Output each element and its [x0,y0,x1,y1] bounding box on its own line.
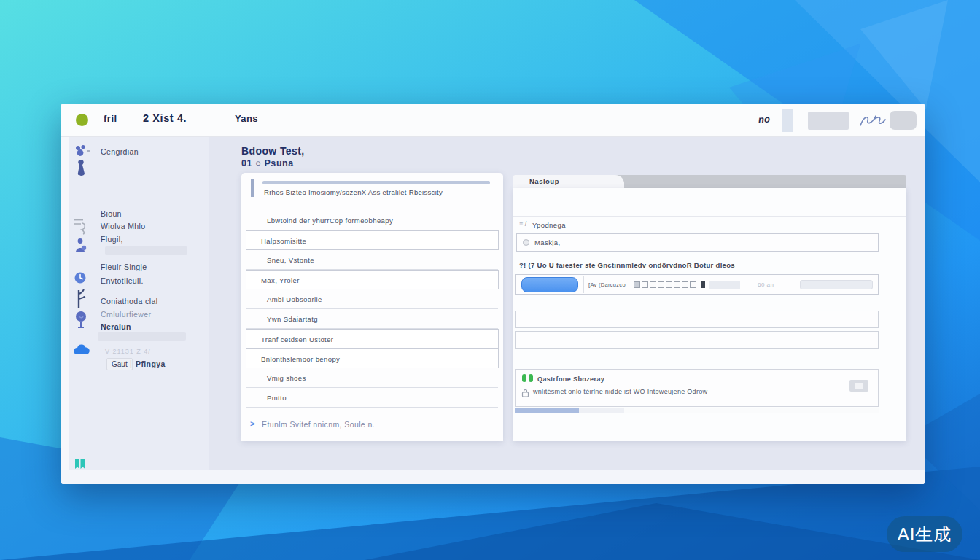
sidebar-input-2[interactable] [98,332,186,341]
list-item[interactable]: Max, Yroler [246,270,499,289]
controls-row: [Av (Darcuzco 60 an [515,274,879,295]
empty-field-row[interactable] [515,331,879,349]
watermark-label: AI生成 [898,523,952,546]
lock-icon [521,387,529,400]
sidebar: Cengrdian Bioun Wiolva Mhlo Flugil, [61,137,209,470]
titlebar-button-1[interactable] [808,112,849,130]
radio-icon[interactable] [523,239,529,246]
tab-nasloup[interactable]: Nasloup [513,175,624,188]
page-title: Bdoow Test, [241,145,305,157]
paw-icon [74,144,90,160]
mini-checkbox[interactable] [658,281,664,288]
status-action-button[interactable] [849,380,868,392]
titlebar-note: no [758,113,770,125]
sidebar-item-cmlulur[interactable]: Cmlulurfiewer [101,310,151,319]
gaut-button[interactable]: Gaut [106,358,133,370]
pin-icon [74,311,88,332]
tab-label: Nasloup [529,177,559,185]
list-item[interactable]: Halpsomisitte [246,230,499,250]
breadcrumb: Ypodnega [532,221,566,229]
empty-field-row[interactable] [515,311,879,328]
panel-top-scrollbar[interactable] [262,181,490,184]
ai-watermark-badge: AI生成 [887,516,962,552]
person-icon [74,238,88,257]
mini-checkbox[interactable] [642,281,648,288]
pfingya-button[interactable]: Pfingya [136,359,166,368]
divider [583,276,584,293]
sidebar-item-coniath[interactable]: Coniathoda clal [101,297,158,306]
list-item[interactable]: Bnlonthslemoor benopy [246,349,499,368]
left-panel-list: Lbwtoind der yhurrCop formeobheapy Halps… [241,211,503,408]
green-status-dot [522,374,526,382]
page-subtitle: 01 ○ Psuna [241,158,294,168]
sidebar-item-fleulr[interactable]: Fleulr Singje [101,262,147,271]
controls-input[interactable] [800,280,873,289]
sidebar-item-neralun[interactable]: Neralun [101,322,131,331]
right-panel-tabbar: Nasloup [513,175,906,188]
sidebar-rail [61,137,69,470]
mini-checkbox[interactable] [634,281,640,288]
instruction-text: ?! (7 Uo U faiester ste Gnctinnmledv ond… [519,261,735,269]
radio-row[interactable]: Maskja, [516,233,879,252]
primary-action-button[interactable] [521,277,578,292]
status-title: Qastrfone Sbozeray [537,376,604,383]
sidebar-button-separator: | [130,359,132,368]
scrollbar-track-light [624,408,879,413]
status-detail: wnlitésmet onlo téirlne nidde ist WO Int… [533,388,707,395]
app-window: fril 2 Xist 4. Yans no [61,104,925,484]
desktop: fril 2 Xist 4. Yans no [0,0,980,560]
list-item[interactable]: Sneu, Vstonte [246,250,498,270]
button-inner-icon [855,383,863,389]
radio-label: Maskja, [534,238,561,246]
list-item[interactable]: Pmtto [246,388,498,408]
cloud-icon [74,344,90,359]
list-item[interactable]: Tranf cetdsen Ustoter [246,329,499,349]
window-footer-strip [61,470,925,484]
horizontal-scrollbar[interactable] [515,408,879,413]
list-item[interactable]: Ambi Uobsoarlie [246,289,498,309]
mini-checkbox[interactable] [666,281,672,288]
value-box [709,281,740,289]
sidebar-item-cengrdian[interactable]: Cengrdian [101,147,139,156]
list-slash-icon: ≡ / [519,220,526,228]
figure-icon [74,159,88,181]
sidebar-item-envtot[interactable]: Envtotlieuil. [101,276,144,285]
sidebar-faint-code: V 21131 Z 4/ [105,348,151,355]
left-panel-header: Rrhos Bizteo Imosiomy/sozenX Ass etralil… [264,188,497,196]
window-title: 2 Xist 4. [143,112,187,124]
titlebar-light-rect [782,109,793,132]
mini-checkbox[interactable] [682,281,688,288]
mini-checkbox[interactable] [650,281,656,288]
right-panel: ≡ / Ypodnega Maskja, ?! (7 Uo U faiester… [513,188,906,441]
green-status-dot [529,374,533,382]
sidebar-item-bioun[interactable]: Bioun [101,209,122,218]
titlebar-button-2[interactable] [890,111,917,130]
scrollbar-thumb[interactable] [515,408,579,413]
controls-label: [Av (Darcuzco [588,281,626,288]
panel-accent-bar [251,179,254,197]
list-hook-icon [74,217,88,238]
chevron-right-icon: > [250,419,254,428]
menu-item[interactable]: Yans [235,113,258,124]
marker-glyph-icon [701,281,705,288]
app-status-dot [76,114,88,126]
app-brand: fril [104,113,117,124]
controls-hint: 60 an [758,281,774,288]
signature-scribble-icon[interactable] [858,109,890,134]
mini-checkbox[interactable] [674,281,680,288]
window-titlebar: fril 2 Xist 4. Yans no [61,104,925,137]
list-item[interactable]: Ywn Sdaiartatg [246,309,498,329]
status-section: Qastrfone Sbozeray wnlitésmet onlo téirl… [515,369,879,407]
breadcrumb-row[interactable]: ≡ / Ypodnega [513,216,906,233]
sidebar-item-flugil[interactable]: Flugil, [101,235,123,244]
left-panel: Rrhos Bizteo Imosiomy/sozenX Ass etralil… [241,173,503,441]
sidebar-input-1[interactable] [105,246,187,255]
branch-icon [74,289,87,312]
sidebar-item-wiolva[interactable]: Wiolva Mhlo [101,222,146,230]
list-item[interactable]: Vmig shoes [246,368,498,388]
mini-checkbox[interactable] [690,281,696,288]
left-panel-footer-label: Etunlm Svitef nnicnm, Soule n. [262,420,375,429]
clock-icon [74,271,87,287]
list-item[interactable]: Lbwtoind der yhurrCop formeobheapy [246,211,498,230]
